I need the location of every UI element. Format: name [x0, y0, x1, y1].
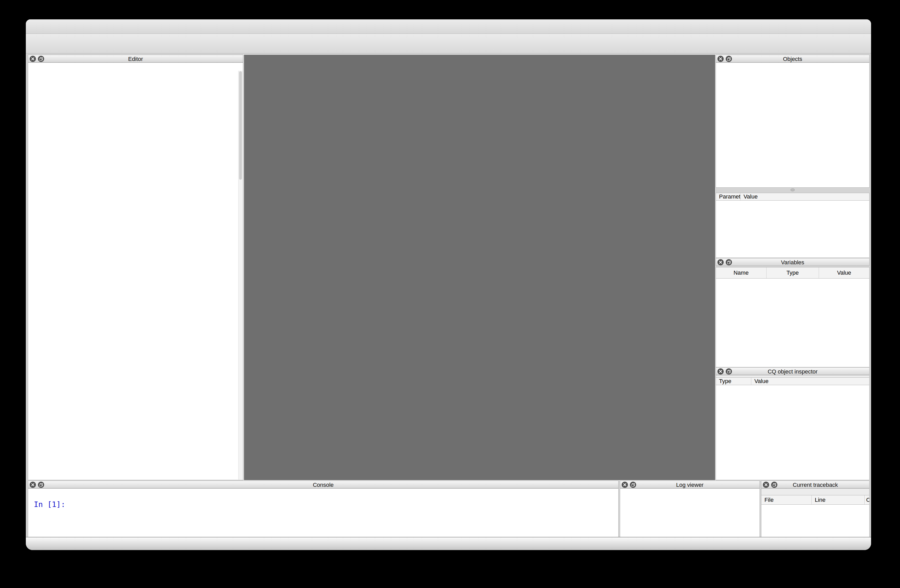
console[interactable]: In [1]:	[28, 489, 619, 537]
traceback-table-header: File Line Code	[761, 495, 869, 505]
traceback-title: Current traceback	[761, 482, 869, 489]
column-header[interactable]: File	[761, 495, 812, 504]
main-toolbar	[26, 34, 871, 53]
column-header[interactable]: Code	[864, 495, 869, 504]
objects-tree[interactable]	[716, 62, 869, 188]
app-window: Editor Objects Parameter Value Variabl	[26, 19, 871, 550]
console-prompt: In [1]:	[34, 500, 65, 509]
window-titlebar[interactable]	[26, 19, 871, 34]
right-dock: Objects Parameter Value Variables Name T…	[716, 55, 869, 480]
variables-table-header: Name Type Value	[716, 267, 869, 279]
inspector-titlebar: CQ object inspector	[716, 367, 869, 375]
console-dock: Console In [1]:	[28, 481, 619, 537]
screen: { "window": {"traffic_lights": {"close":…	[0, 0, 900, 588]
log-viewer[interactable]	[620, 489, 760, 537]
code-editor[interactable]	[28, 62, 243, 480]
splitter-handle[interactable]	[716, 188, 869, 192]
inspector-table[interactable]	[716, 385, 869, 480]
traceback-titlebar: Current traceback	[761, 481, 869, 489]
objects-title: Objects	[716, 56, 869, 62]
traceback-dock: Current traceback File Line Code	[761, 481, 869, 537]
minimize-window-button[interactable]	[45, 26, 52, 33]
column-header[interactable]: Name	[716, 267, 767, 278]
column-header[interactable]: Parameter	[716, 193, 740, 200]
column-header[interactable]: Value	[740, 193, 869, 200]
variables-table[interactable]	[716, 279, 869, 367]
column-header[interactable]: Type	[767, 267, 819, 278]
zoom-window-button[interactable]	[58, 26, 65, 33]
status-bar	[26, 537, 871, 550]
log-viewer-title: Log viewer	[620, 482, 760, 489]
console-titlebar: Console	[28, 481, 619, 489]
variables-titlebar: Variables	[716, 258, 869, 266]
close-window-button[interactable]	[33, 26, 40, 33]
variables-title: Variables	[716, 259, 869, 266]
editor-titlebar: Editor	[28, 55, 243, 62]
column-header[interactable]: Type	[716, 378, 751, 385]
3d-viewport[interactable]	[244, 55, 715, 480]
editor-title: Editor	[28, 56, 243, 62]
inspector-title: CQ object inspector	[716, 368, 869, 375]
editor-scrollbar[interactable]	[238, 71, 243, 479]
column-header[interactable]: Value	[751, 378, 869, 385]
column-header[interactable]: Value	[819, 267, 869, 278]
parameter-table[interactable]	[716, 200, 869, 258]
inspector-table-header: Type Value	[716, 377, 869, 385]
column-header[interactable]: Line	[812, 495, 864, 504]
console-title: Console	[28, 482, 618, 489]
3d-scene	[244, 55, 715, 480]
objects-titlebar: Objects	[716, 55, 869, 62]
log-viewer-dock: Log viewer	[620, 481, 760, 537]
editor-dock: Editor	[28, 55, 243, 480]
parameter-table-header: Parameter Value	[716, 193, 869, 200]
log-titlebar: Log viewer	[620, 481, 760, 489]
traceback-table[interactable]	[761, 505, 869, 537]
